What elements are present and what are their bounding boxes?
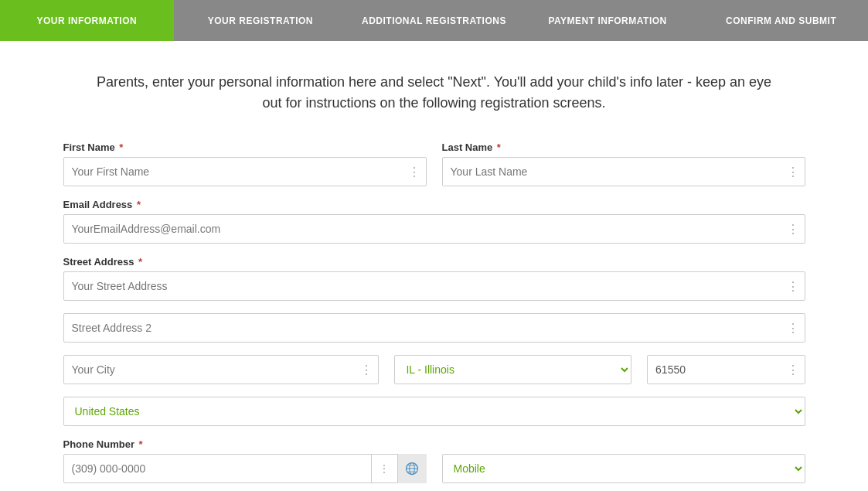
email-row: Email Address * ⋮ (63, 199, 805, 244)
city-wrapper: ⋮ (63, 355, 380, 384)
zip-group: ⋮ (647, 355, 805, 384)
street-address-required: * (136, 256, 143, 268)
phone-globe-icon[interactable] (397, 454, 427, 483)
registration-form: First Name * ⋮ Last Name * ⋮ (63, 142, 805, 483)
country-row: United States Canada Mexico (63, 397, 805, 426)
street-address-input[interactable] (63, 271, 805, 301)
street-address2-row: ⋮ (63, 313, 805, 343)
street-address-wrapper: ⋮ (63, 271, 805, 301)
city-group: ⋮ (63, 355, 380, 384)
street-address-label: Street Address * (63, 256, 805, 268)
name-row: First Name * ⋮ Last Name * ⋮ (63, 142, 805, 186)
email-label: Email Address * (63, 199, 805, 210)
last-name-required: * (494, 142, 501, 153)
nav-item-additional-registrations[interactable]: ADDITIONAL REGISTRATIONS (347, 0, 521, 41)
phone-input-wrapper: ⋮ (63, 454, 427, 483)
country-select[interactable]: United States Canada Mexico (63, 397, 805, 426)
email-input[interactable] (63, 214, 805, 244)
phone-type-group: type Mobile Home Work (442, 438, 805, 483)
street-address2-group: ⋮ (63, 313, 805, 343)
email-group: Email Address * ⋮ (63, 199, 805, 244)
top-navigation: YOUR INFORMATION YOUR REGISTRATION ADDIT… (0, 0, 868, 41)
first-name-input[interactable] (63, 157, 427, 186)
main-content: Parents, enter your personal information… (0, 41, 868, 491)
phone-label: Phone Number * (63, 438, 427, 450)
nav-item-your-registration[interactable]: YOUR REGISTRATION (174, 0, 348, 41)
street-address2-wrapper: ⋮ (63, 313, 805, 343)
zip-input[interactable] (647, 355, 805, 384)
zip-wrapper: ⋮ (647, 355, 805, 384)
first-name-required: * (117, 142, 124, 153)
first-name-label: First Name * (63, 142, 427, 153)
city-input[interactable] (63, 355, 380, 384)
state-group: IL - Illinois AL - Alabama AK - Alaska (394, 355, 631, 384)
globe-svg (404, 461, 420, 476)
phone-group: Phone Number * ⋮ (63, 438, 427, 483)
first-name-group: First Name * ⋮ (63, 142, 427, 186)
phone-bar-icon: ⋮ (371, 454, 397, 483)
first-name-wrapper: ⋮ (63, 157, 427, 186)
last-name-label: Last Name * (442, 142, 805, 153)
last-name-wrapper: ⋮ (442, 157, 805, 186)
intro-paragraph: Parents, enter your personal information… (87, 72, 782, 114)
phone-icons: ⋮ (371, 454, 427, 483)
phone-row: Phone Number * ⋮ (63, 438, 805, 483)
nav-item-payment-information[interactable]: PAYMENT INFORMATION (521, 0, 695, 41)
last-name-input[interactable] (442, 157, 805, 186)
phone-required: * (136, 438, 143, 450)
phone-type-select[interactable]: Mobile Home Work (442, 454, 805, 483)
street-address-group: Street Address * ⋮ (63, 256, 805, 301)
state-select[interactable]: IL - Illinois AL - Alabama AK - Alaska (394, 355, 631, 384)
last-name-group: Last Name * ⋮ (442, 142, 805, 186)
city-state-zip-row: ⋮ IL - Illinois AL - Alabama AK - Alaska… (63, 355, 805, 384)
email-required: * (134, 199, 141, 210)
street-address2-input[interactable] (63, 313, 805, 343)
nav-item-your-information[interactable]: YOUR INFORMATION (0, 0, 174, 41)
nav-item-confirm-and-submit[interactable]: CONFIRM AND SUBMIT (694, 0, 868, 41)
email-wrapper: ⋮ (63, 214, 805, 244)
street-address-row: Street Address * ⋮ (63, 256, 805, 301)
